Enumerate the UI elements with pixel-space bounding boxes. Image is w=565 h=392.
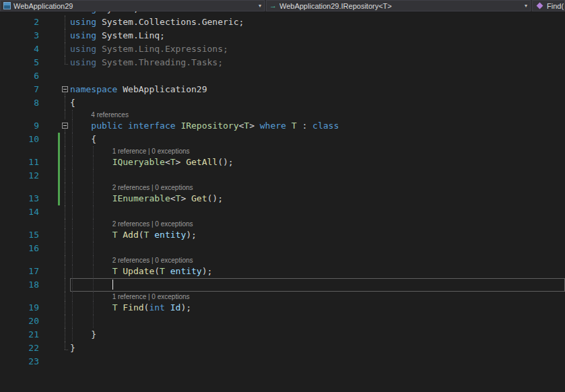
collapse-toggle-icon[interactable]: [62, 86, 68, 92]
code-line-text[interactable]: {: [70, 133, 565, 146]
code-line-text[interactable]: IEnumerable<T> Get();: [70, 192, 565, 205]
codelens-references[interactable]: 2 references | 0 exceptions: [70, 183, 193, 193]
codelens-cell[interactable]: 2 references | 0 exceptions: [70, 255, 565, 265]
code-token: <: [165, 157, 170, 167]
code-token: Update: [123, 266, 154, 276]
codelens-row: 1 reference | 0 exceptions: [0, 292, 565, 301]
code-line-text[interactable]: [70, 278, 565, 292]
line-number[interactable]: 6: [0, 69, 39, 83]
track-changes-gutter: [39, 292, 61, 301]
line-number[interactable]: 2: [0, 15, 39, 29]
code-line-text[interactable]: using System.Collections.Generic;: [70, 15, 565, 29]
codelens-references[interactable]: 2 references | 0 exceptions: [70, 256, 193, 265]
code-token: where: [260, 121, 286, 131]
line-number[interactable]: 12: [0, 169, 39, 183]
line-number[interactable]: 14: [0, 205, 39, 219]
codelens-cell[interactable]: 4 references: [70, 110, 565, 119]
track-changes-gutter: [39, 328, 61, 341]
code-token: [123, 121, 128, 131]
code-token: (: [154, 266, 160, 276]
codelens-references[interactable]: 2 references | 0 exceptions: [70, 220, 193, 229]
code-line-text[interactable]: [70, 355, 565, 368]
code-line-8: 8{: [0, 96, 565, 110]
code-token: T: [292, 121, 297, 131]
code-line-text[interactable]: namespace WebApplication29: [70, 83, 565, 96]
indent-guide: [72, 228, 73, 242]
code-token: );: [180, 302, 191, 313]
project-dropdown[interactable]: WebApplication29 ▾: [0, 0, 265, 11]
codelens-cell[interactable]: 2 references | 0 exceptions: [70, 183, 565, 192]
code-line-13: 13 IEnumerable<T> Get();: [0, 192, 565, 205]
code-line-text[interactable]: IQueryable<T> GetAll();: [70, 156, 565, 169]
outlining-margin: [61, 119, 70, 133]
line-number[interactable]: 18: [0, 278, 39, 292]
line-number[interactable]: 3: [0, 29, 39, 42]
code-line-text[interactable]: T Update(T entity);: [70, 265, 565, 278]
type-dropdown[interactable]: → WebApplication29.IRepository<T> ▾: [266, 0, 531, 11]
code-line-text[interactable]: [70, 315, 565, 328]
member-dropdown[interactable]: Find(: [532, 0, 565, 11]
collapse-toggle-icon[interactable]: [62, 123, 68, 129]
code-editor[interactable]: 1using System;2using System.Collections.…: [0, 11, 565, 392]
code-line-text[interactable]: {: [70, 96, 565, 110]
code-line-text[interactable]: [70, 205, 565, 219]
outlining-margin: [61, 15, 70, 29]
text-cursor: [112, 280, 113, 290]
track-changes-gutter: [39, 69, 61, 83]
code-token: [70, 230, 112, 240]
code-line-text[interactable]: [70, 69, 565, 83]
codelens-cell[interactable]: 2 references | 0 exceptions: [70, 219, 565, 228]
code-line-text[interactable]: T Add(T entity);: [70, 228, 565, 242]
code-line-text[interactable]: [70, 169, 565, 183]
code-line-text[interactable]: using System.Linq;: [70, 29, 565, 42]
line-number[interactable]: 19: [0, 301, 39, 315]
code-line-text[interactable]: using System.Linq.Expressions;: [70, 42, 565, 56]
code-line-text[interactable]: using System.Threading.Tasks;: [70, 56, 565, 69]
code-token: Find: [123, 302, 143, 313]
outlining-margin: [61, 110, 70, 119]
line-number[interactable]: 22: [0, 341, 39, 355]
indent-guide: [93, 255, 94, 265]
track-changes-mark: [39, 146, 61, 156]
code-line-text[interactable]: }: [70, 328, 565, 341]
indent-guide: [72, 156, 73, 169]
line-number[interactable]: 10: [0, 133, 39, 146]
code-line-14: 14: [0, 205, 565, 219]
track-changes-gutter: [39, 255, 61, 265]
codelens-references[interactable]: 4 references: [70, 110, 129, 120]
line-number[interactable]: 4: [0, 42, 39, 56]
code-token: IEnumerable: [112, 193, 170, 203]
code-token: T: [244, 121, 249, 131]
line-number[interactable]: 7: [0, 83, 39, 96]
line-number[interactable]: 13: [0, 192, 39, 205]
line-number[interactable]: 23: [0, 355, 39, 368]
line-number[interactable]: 9: [0, 119, 39, 133]
line-number[interactable]: 15: [0, 228, 39, 242]
codelens-references[interactable]: 1 reference | 0 exceptions: [70, 292, 190, 302]
line-number[interactable]: 5: [0, 56, 39, 69]
line-number[interactable]: 8: [0, 96, 39, 110]
track-changes-gutter: [39, 341, 61, 355]
code-line-text[interactable]: public interface IRepository<T> where T …: [70, 119, 565, 133]
track-changes-gutter: [39, 96, 61, 110]
outlining-margin: [61, 29, 70, 42]
line-number[interactable]: 21: [0, 328, 39, 341]
indent-guide: [93, 156, 94, 169]
line-number[interactable]: 20: [0, 315, 39, 328]
code-line-text[interactable]: [70, 242, 565, 255]
line-number[interactable]: 17: [0, 265, 39, 278]
code-line-text[interactable]: }: [70, 341, 565, 355]
codelens-cell[interactable]: 1 reference | 0 exceptions: [70, 292, 565, 301]
code-line-19: 19 T Find(int Id);: [0, 301, 565, 315]
outlining-margin: [61, 169, 70, 183]
code-token: {: [70, 98, 75, 108]
codelens-references[interactable]: 1 reference | 0 exceptions: [70, 147, 190, 156]
line-number[interactable]: 16: [0, 242, 39, 255]
code-token: using: [70, 30, 96, 40]
code-line-text[interactable]: T Find(int Id);: [70, 301, 565, 315]
code-line-20: 20: [0, 315, 565, 328]
line-number[interactable]: 11: [0, 156, 39, 169]
outlining-margin: [61, 292, 70, 301]
line-number: [0, 255, 39, 265]
codelens-cell[interactable]: 1 reference | 0 exceptions: [70, 146, 565, 156]
